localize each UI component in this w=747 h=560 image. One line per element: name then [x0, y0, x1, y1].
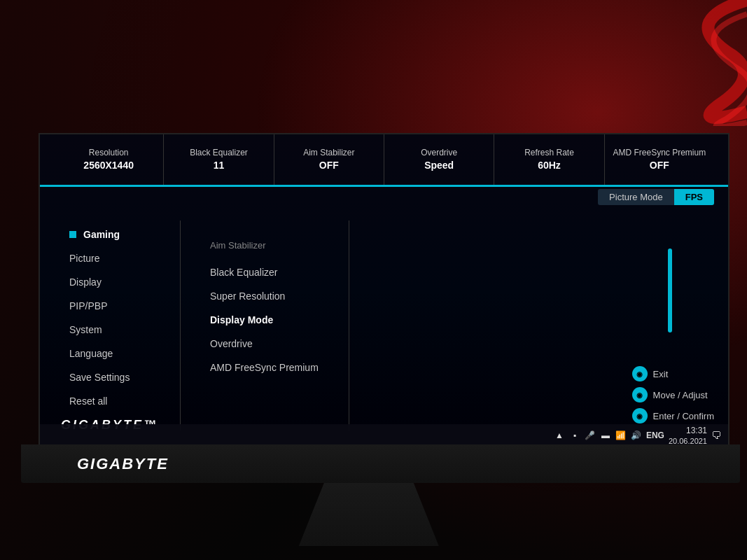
osd-overlay: Resolution 2560X1440 Black Equalizer 11 …	[40, 134, 728, 447]
enter-icon: ◉	[632, 408, 648, 424]
monitor-bezel-bottom: GIGABYTE	[21, 444, 740, 483]
sidebar-item-reset[interactable]: Reset all	[61, 391, 180, 412]
submenu-display-mode[interactable]: Display Mode	[202, 309, 349, 331]
sidebar-item-language[interactable]: Language	[61, 343, 180, 364]
picture-mode-label: Picture Mode	[598, 189, 674, 205]
submenu-header: Aim Stabilizer	[202, 234, 349, 256]
submenu-super-res[interactable]: Super Resolution	[202, 285, 349, 307]
top-settings-bar: Resolution 2560X1440 Black Equalizer 11 …	[40, 134, 728, 187]
display-label: Display	[69, 276, 102, 288]
freesync-value: OFF	[650, 159, 669, 173]
taskbar: ▲ ▪ 🎤 ▬ 📶 🔊 ENG 13:31 20.06.2021 🗨	[40, 424, 728, 447]
sidebar-item-picture[interactable]: Picture	[61, 248, 180, 269]
freesync-item: AMD FreeSync Premium OFF	[605, 134, 714, 185]
refresh-rate-item: Refresh Rate 60Hz	[494, 134, 604, 185]
resolution-item: Resolution 2560X1440	[54, 134, 164, 185]
submenu-black-eq[interactable]: Black Equalizer	[202, 261, 349, 284]
submenu: Aim Stabilizer Black Equalizer Super Res…	[181, 214, 349, 438]
sidebar-item-save[interactable]: Save Settings	[61, 367, 180, 388]
black-eq-label: Black Equalizer	[190, 147, 248, 159]
language-label: Language	[69, 348, 113, 359]
overdrive-item: Overdrive Speed	[384, 134, 494, 185]
aim-stab-label: Aim Stabilizer	[303, 147, 354, 159]
nav-hint-enter: ◉ Enter / Confirm	[632, 408, 714, 424]
overdrive-label: Overdrive	[421, 147, 457, 159]
taskbar-right-section: ▲ ▪ 🎤 ▬ 📶 🔊 ENG 13:31 20.06.2021 🗨	[554, 426, 721, 445]
mode-bar: Picture Mode FPS	[40, 187, 728, 206]
sidebar-item-display[interactable]: Display	[61, 272, 180, 293]
save-label: Save Settings	[69, 372, 130, 383]
refresh-rate-value: 60Hz	[538, 159, 561, 173]
monitor-screen: Resolution 2560X1440 Black Equalizer 11 …	[39, 133, 729, 448]
taskbar-volume-icon: 🔊	[631, 430, 642, 441]
decorative-swoosh	[537, 0, 747, 126]
submenu-freesync[interactable]: AMD FreeSync Premium	[202, 356, 349, 379]
taskbar-date: 20.06.2021	[669, 437, 707, 445]
aim-stab-item: Aim Stabilizer OFF	[274, 134, 384, 185]
move-hint-text: Move / Adjust	[653, 390, 708, 400]
aim-stab-value: OFF	[319, 159, 339, 173]
taskbar-display-icon: ▪	[569, 430, 580, 441]
reset-label: Reset all	[69, 396, 107, 407]
gaming-bullet	[69, 231, 76, 238]
sidebar-menu: Gaming Picture Display PIP/PBP System La…	[40, 214, 180, 438]
picture-mode-value: FPS	[674, 189, 714, 205]
black-eq-value: 11	[214, 159, 225, 173]
right-panel: ◉ Exit ◉ Move / Adjust ◉ Enter / Confirm	[349, 214, 728, 438]
taskbar-battery-icon: ▬	[600, 430, 611, 441]
gaming-label: Gaming	[83, 229, 120, 240]
freesync-label: AMD FreeSync Premium	[613, 147, 706, 159]
enter-hint-text: Enter / Confirm	[653, 411, 714, 421]
system-label: System	[69, 324, 102, 335]
nav-hints: ◉ Exit ◉ Move / Adjust ◉ Enter / Confirm	[632, 366, 714, 424]
taskbar-notification-icon: 🗨	[711, 430, 721, 441]
resolution-value: 2560X1440	[83, 159, 134, 173]
taskbar-chevron-up-icon: ▲	[554, 430, 565, 441]
refresh-rate-label: Refresh Rate	[524, 147, 574, 159]
taskbar-time: 13:31	[686, 426, 707, 437]
exit-hint-text: Exit	[653, 369, 669, 379]
submenu-overdrive[interactable]: Overdrive	[202, 332, 349, 355]
blue-indicator-bar	[668, 248, 672, 332]
exit-icon: ◉	[632, 366, 648, 382]
overdrive-value: Speed	[424, 159, 454, 173]
taskbar-wifi-icon: 📶	[615, 430, 627, 441]
black-eq-item: Black Equalizer 11	[164, 134, 274, 185]
taskbar-language: ENG	[646, 430, 664, 440]
nav-hint-exit: ◉ Exit	[632, 366, 714, 382]
resolution-label: Resolution	[89, 147, 129, 159]
main-menu-area: Gaming Picture Display PIP/PBP System La…	[40, 206, 728, 444]
move-icon: ◉	[632, 387, 648, 402]
nav-hint-move: ◉ Move / Adjust	[632, 387, 714, 402]
sidebar-item-gaming[interactable]: Gaming	[61, 224, 180, 245]
taskbar-datetime: 13:31 20.06.2021	[669, 426, 707, 445]
picture-label: Picture	[69, 253, 100, 264]
pip-label: PIP/PBP	[69, 300, 107, 312]
gigabyte-bezel-logo: GIGABYTE	[77, 455, 169, 473]
sidebar-item-pip[interactable]: PIP/PBP	[61, 295, 180, 316]
sidebar-item-system[interactable]: System	[61, 319, 180, 340]
taskbar-mic-icon: 🎤	[585, 430, 596, 441]
